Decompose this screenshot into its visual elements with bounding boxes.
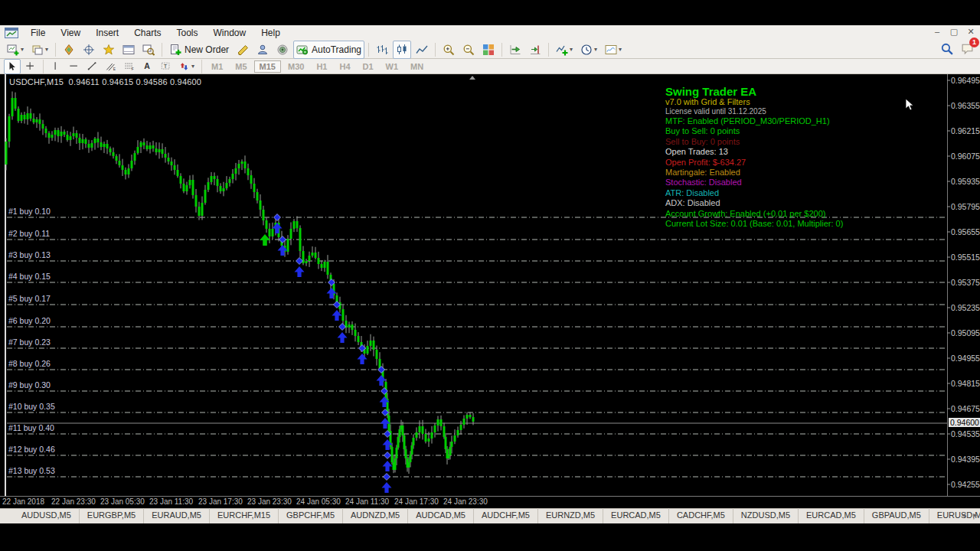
toolbar-separator — [55, 43, 56, 57]
navigator-icon — [103, 44, 115, 56]
price-axis-label: 0.94815 — [951, 379, 980, 388]
timeframe-m5-button[interactable]: M5 — [230, 60, 252, 73]
menu-tools[interactable]: Tools — [169, 26, 206, 40]
zoom-in-icon — [443, 44, 455, 56]
chart-tab[interactable]: EURCHF,M15 — [210, 508, 279, 523]
profiles-button[interactable]: ▾ — [28, 41, 51, 59]
toolbar-separator — [201, 60, 202, 73]
chart-tab[interactable]: GBPAUD,M5 — [864, 508, 929, 523]
timeframe-w1-button[interactable]: W1 — [381, 60, 404, 73]
indicators-button[interactable]: ▾ — [553, 41, 576, 59]
toolbar-separator — [368, 43, 369, 57]
metaeditor-button[interactable] — [234, 41, 252, 59]
new-chart-button[interactable]: ▾ — [4, 41, 27, 59]
timeframe-m30-button[interactable]: M30 — [283, 60, 309, 73]
tab-scroll-right-icon[interactable]: ▸ — [973, 510, 977, 519]
ea-status-line: MTF: Enabled (PERIOD_M30/PERIOD_H1) — [665, 116, 964, 126]
chart-tab[interactable]: EURCAD,M5 — [799, 508, 864, 523]
bar-chart-button[interactable] — [373, 41, 391, 59]
hline-button[interactable] — [66, 59, 83, 74]
optimization-icon — [276, 44, 289, 56]
chart-shift-button[interactable] — [526, 41, 544, 59]
timeframe-m1-button[interactable]: M1 — [206, 60, 228, 73]
text-label-button[interactable]: T — [158, 59, 175, 74]
text-icon: A — [142, 61, 153, 72]
menu-charts[interactable]: Charts — [126, 26, 168, 40]
menu-help[interactable]: Help — [253, 26, 288, 40]
crosshair-button[interactable] — [22, 59, 39, 74]
chart-tab[interactable]: EURGBP,M5 — [80, 508, 144, 523]
chart-tab[interactable]: CADCHF,M5 — [669, 508, 733, 523]
dropdown-caret-icon: ▾ — [191, 63, 194, 70]
menu-view[interactable]: View — [53, 26, 88, 40]
candle-chart-icon — [396, 44, 408, 56]
chart-tab[interactable]: EURCAD,M5 — [603, 508, 669, 523]
price-axis-label: 0.95935 — [951, 177, 980, 186]
text-label-icon: T — [161, 61, 172, 72]
crosshair-icon — [25, 61, 36, 72]
menu-file[interactable]: File — [23, 26, 53, 40]
timeframe-mn-button[interactable]: MN — [405, 60, 429, 73]
time-axis-label: 24 Jan 23:30 — [443, 497, 488, 506]
minimize-button[interactable]: – — [931, 26, 943, 37]
market-watch-button[interactable] — [60, 41, 78, 59]
candle-chart-button[interactable] — [393, 41, 411, 59]
price-axis-label: 0.94675 — [951, 404, 980, 413]
text-button[interactable]: A — [139, 59, 156, 74]
dropdown-caret-icon: ▾ — [21, 46, 24, 53]
chart-tab[interactable]: AUDNZD,M5 — [343, 508, 408, 523]
chart-tab[interactable]: EURNZD,M5 — [538, 508, 603, 523]
tab-scroll-left-icon[interactable]: ◂ — [962, 510, 965, 519]
chart-tab[interactable]: EURAUD,M5 — [144, 508, 210, 523]
zoom-in-button[interactable] — [439, 41, 458, 59]
timeframe-h1-button[interactable]: H1 — [311, 60, 332, 73]
data-window-button[interactable] — [80, 41, 98, 59]
price-axis-label: 0.94255 — [951, 480, 980, 489]
optimization-button[interactable] — [273, 41, 292, 59]
trendline-button[interactable] — [84, 59, 101, 74]
arrows-button[interactable]: ▾ — [176, 59, 198, 74]
chart-tab[interactable]: GBPCHF,M5 — [279, 508, 343, 523]
new-order-button[interactable]: New Order — [166, 41, 232, 59]
cursor-button[interactable] — [4, 59, 21, 74]
channel-button[interactable]: E — [103, 59, 119, 74]
buy-level-label: #10 buy 0.35 — [8, 402, 55, 411]
close-button[interactable]: ✕ — [965, 26, 977, 37]
terminal-button[interactable] — [119, 41, 138, 59]
autotrading-icon — [296, 44, 309, 56]
periods-button[interactable]: ▾ — [577, 41, 600, 59]
templates-button[interactable]: ▾ — [602, 41, 625, 59]
chart-tab[interactable]: AUDCHF,M5 — [474, 508, 538, 523]
new-chart-icon — [7, 44, 19, 56]
menu-window[interactable]: Window — [206, 26, 254, 40]
timeframe-m15-button[interactable]: M15 — [254, 60, 281, 73]
restore-button[interactable]: ▢ — [948, 26, 960, 37]
autotrading-button[interactable]: AutoTrading — [293, 41, 364, 59]
price-axis-label: 0.95655 — [951, 227, 980, 236]
notifications-icon[interactable]: 1 — [961, 42, 974, 58]
menu-insert[interactable]: Insert — [88, 26, 126, 40]
ea-info-panel: Swing Trader EA v7.0 with Grid & Filters… — [665, 86, 964, 229]
chart-tab[interactable]: AUDUSD,M5 — [14, 508, 80, 523]
timeframe-d1-button[interactable]: D1 — [358, 60, 379, 73]
zoom-out-button[interactable] — [459, 41, 478, 59]
chart-tab[interactable]: NZDUSD,M5 — [733, 508, 799, 523]
chart-tab[interactable]: AUDCAD,M5 — [408, 508, 474, 523]
tile-windows-button[interactable] — [479, 41, 498, 59]
dropdown-caret-icon: ▾ — [594, 46, 597, 53]
timeframe-h4-button[interactable]: H4 — [334, 60, 355, 73]
search-icon[interactable] — [940, 42, 953, 58]
experts-button[interactable] — [253, 41, 272, 59]
strategy-tester-button[interactable] — [139, 41, 158, 59]
time-axis-label: 22 Jan 23:30 — [51, 497, 96, 506]
vline-button[interactable] — [47, 59, 64, 74]
buy-level-label: #4 buy 0.15 — [8, 272, 51, 281]
buy-level-label: #6 buy 0.20 — [8, 316, 51, 325]
fibonacci-button[interactable]: F — [121, 59, 138, 74]
time-axis-label: 24 Jan 17:30 — [394, 497, 439, 506]
auto-scroll-button[interactable] — [506, 41, 524, 59]
navigator-button[interactable] — [100, 41, 118, 59]
terminal-icon — [122, 44, 135, 56]
line-chart-button[interactable] — [413, 41, 431, 59]
metaeditor-icon — [237, 44, 249, 56]
